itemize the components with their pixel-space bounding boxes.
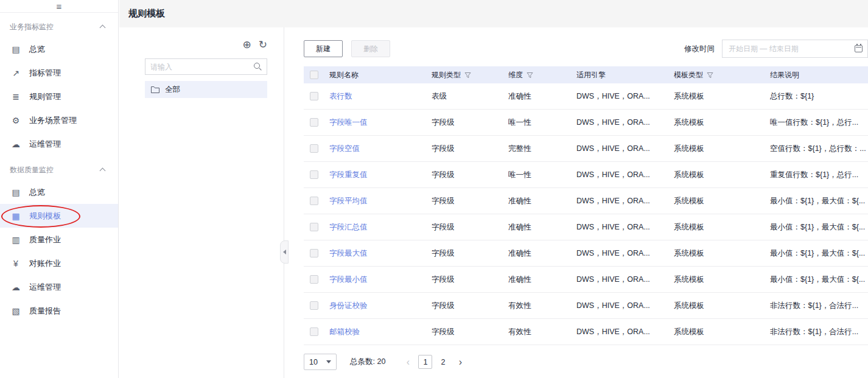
sidebar: ≡ 业务指标监控 ▤ 总览 ↗ 指标管理 ≣ 规则管理 — [0, 0, 119, 378]
page-size-select[interactable]: 10 — [304, 354, 337, 370]
sidebar-item[interactable]: ↗ 指标管理 — [0, 61, 118, 85]
result-cell: 最小值：${1}，最大值：${... — [770, 248, 868, 259]
filter-icon[interactable] — [707, 72, 713, 79]
template-directory-panel: ⊕ ↻ 全部 — [119, 27, 284, 378]
template-type-cell: 系统模板 — [674, 170, 770, 180]
refresh-icon[interactable]: ↻ — [259, 40, 267, 50]
dimension-cell: 唯一性 — [508, 170, 576, 180]
sidebar-item[interactable]: ≣ 规则管理 — [0, 85, 118, 108]
folder-icon — [151, 86, 159, 93]
metric-trend-icon: ↗ — [10, 68, 21, 78]
sidebar-section-business-metrics[interactable]: 业务指标监控 — [0, 16, 118, 37]
rule-name-link[interactable]: 字段空值 — [329, 144, 432, 154]
sidebar-item-label: 质量作业 — [29, 234, 61, 245]
table-row: 字段空值 字段级 完整性 DWS，HIVE，ORA... 系统模板 空值行数：$… — [304, 136, 868, 162]
result-cell: 重复值行数：${1}，总行... — [770, 170, 868, 180]
table-toolbar: 新建 删除 修改时间 — [296, 40, 868, 58]
scenario-gear-icon: ⚙ — [10, 116, 21, 125]
page-header: 规则模板 — [119, 0, 868, 27]
date-range-input[interactable] — [723, 44, 855, 53]
directory-search-input[interactable] — [145, 63, 254, 71]
rule-template-icon: ▦ — [10, 211, 21, 221]
rule-name-link[interactable]: 字段最小值 — [329, 275, 432, 285]
tree-node-all[interactable]: 全部 — [145, 81, 267, 98]
result-cell: 非法行数：${1}，合法行... — [770, 327, 868, 337]
row-checkbox[interactable] — [310, 223, 318, 231]
rule-name-link[interactable]: 字段汇总值 — [329, 222, 432, 233]
dimension-cell: 唯一性 — [508, 117, 576, 128]
row-checkbox[interactable] — [310, 197, 318, 205]
chevron-up-icon[interactable] — [100, 168, 106, 174]
page-number[interactable]: 2 — [436, 355, 450, 369]
rule-name-link[interactable]: 字段最大值 — [329, 248, 432, 259]
rule-name-link[interactable]: 字段平均值 — [329, 196, 432, 206]
table-row: 字段重复值 字段级 唯一性 DWS，HIVE，ORA... 系统模板 重复值行数… — [304, 162, 868, 188]
column-header-template-type: 模板类型 — [674, 70, 703, 80]
rule-name-link[interactable]: 表行数 — [329, 91, 432, 102]
row-checkbox[interactable] — [310, 92, 318, 100]
delete-button[interactable]: 删除 — [351, 40, 390, 57]
sidebar-item-label: 运维管理 — [29, 139, 61, 150]
next-page-icon[interactable] — [453, 355, 467, 369]
sidebar-section-label: 业务指标监控 — [10, 22, 54, 32]
calendar-icon[interactable] — [855, 45, 863, 52]
engine-cell: DWS，HIVE，ORA... — [576, 275, 674, 285]
engine-cell: DWS，HIVE，ORA... — [576, 248, 674, 259]
filter-icon[interactable] — [527, 72, 533, 79]
prev-page-icon[interactable] — [401, 355, 415, 369]
row-checkbox[interactable] — [310, 249, 318, 257]
row-checkbox[interactable] — [310, 301, 318, 310]
sidebar-section-data-quality[interactable]: 数据质量监控 — [0, 159, 118, 180]
row-checkbox[interactable] — [310, 144, 318, 153]
table-row: 字段最小值 字段级 准确性 DWS，HIVE，ORA... 系统模板 最小值：$… — [304, 267, 868, 293]
modified-time-label: 修改时间 — [684, 44, 715, 54]
engine-cell: DWS，HIVE，ORA... — [576, 117, 674, 128]
rule-template-table: 规则名称 规则类型 维度 适用引擎 模板类型 结果说明 表行数 表级 准确性 — [304, 66, 868, 345]
sidebar-item[interactable]: ▤ 总览 — [0, 180, 118, 204]
collapse-left-icon — [283, 250, 286, 254]
row-checkbox[interactable] — [310, 327, 318, 336]
overview-layers-icon: ▤ — [10, 44, 21, 54]
table-row: 字段汇总值 字段级 准确性 DWS，HIVE，ORA... 系统模板 最小值：$… — [304, 214, 868, 240]
panel-collapse-handle[interactable] — [280, 240, 289, 264]
sidebar-item[interactable]: ¥ 对账作业 — [0, 251, 118, 275]
sidebar-item[interactable]: ▦ 规则模板 — [0, 204, 118, 228]
sidebar-item[interactable]: ☁ 运维管理 — [0, 132, 118, 156]
chevron-down-icon — [326, 360, 331, 363]
rule-type-cell: 字段级 — [432, 170, 508, 180]
sidebar-item[interactable]: ▧ 质量报告 — [0, 299, 118, 323]
chevron-up-icon[interactable] — [100, 25, 106, 31]
content: ⊕ ↻ 全部 新建 删除 修改时间 — [119, 27, 868, 378]
new-button[interactable]: 新建 — [304, 40, 343, 57]
sidebar-item[interactable]: ▤ 总览 — [0, 37, 118, 61]
column-header-engine: 适用引擎 — [576, 70, 606, 80]
hamburger-menu-icon[interactable]: ≡ — [0, 0, 118, 13]
sidebar-item[interactable]: ▥ 质量作业 — [0, 228, 118, 251]
template-type-cell: 系统模板 — [674, 248, 770, 259]
result-cell: 最小值：${1}，最大值：${... — [770, 275, 868, 285]
rule-name-link[interactable]: 字段唯一值 — [329, 117, 432, 128]
dimension-cell: 准确性 — [508, 91, 576, 102]
add-directory-icon[interactable]: ⊕ — [243, 40, 251, 50]
dimension-cell: 准确性 — [508, 196, 576, 206]
sidebar-item-label: 总览 — [29, 44, 45, 55]
page-number[interactable]: 1 — [418, 355, 432, 369]
sidebar-item[interactable]: ⚙ 业务场景管理 — [0, 108, 118, 132]
template-type-cell: 系统模板 — [674, 91, 770, 102]
search-icon[interactable] — [254, 63, 262, 71]
row-checkbox[interactable] — [310, 170, 318, 179]
sidebar-item-label: 质量报告 — [29, 306, 61, 317]
rule-name-link[interactable]: 身份证校验 — [329, 301, 432, 311]
engine-cell: DWS，HIVE，ORA... — [576, 91, 674, 102]
select-all-checkbox[interactable] — [310, 71, 318, 79]
sidebar-item[interactable]: ☁ 运维管理 — [0, 275, 118, 299]
dimension-cell: 有效性 — [508, 301, 576, 311]
rule-name-link[interactable]: 邮箱校验 — [329, 327, 432, 337]
rule-name-link[interactable]: 字段重复值 — [329, 170, 432, 180]
table-row: 邮箱校验 字段级 有效性 DWS，HIVE，ORA... 系统模板 非法行数：$… — [304, 319, 868, 345]
row-checkbox[interactable] — [310, 275, 318, 284]
row-checkbox[interactable] — [310, 118, 318, 127]
result-cell: 总行数：${1} — [770, 91, 868, 102]
app-window: ≡ 业务指标监控 ▤ 总览 ↗ 指标管理 ≣ 规则管理 — [0, 0, 868, 378]
filter-icon[interactable] — [464, 72, 471, 79]
